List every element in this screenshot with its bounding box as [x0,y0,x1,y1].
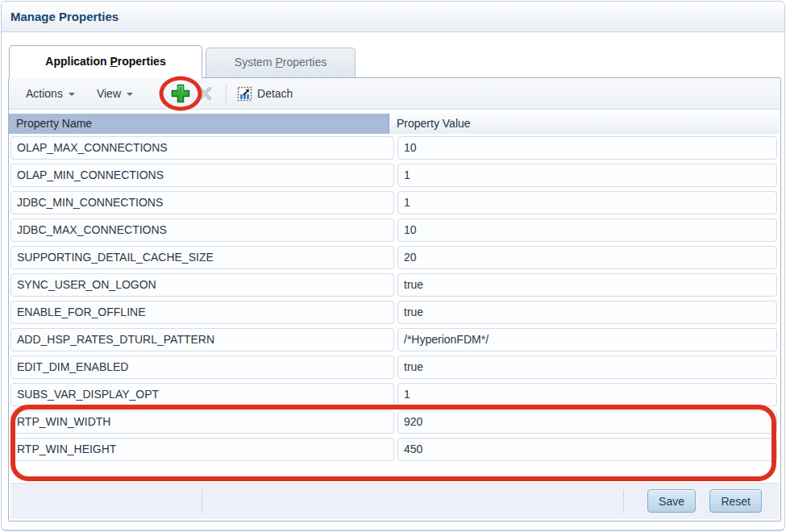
property-name-cell[interactable]: RTP_WIN_HEIGHT [10,438,394,461]
property-name-cell[interactable]: SUPPORTING_DETAIL_CACHE_SIZE [10,246,394,269]
property-value-cell[interactable]: 10 [397,218,777,242]
detach-icon [237,86,252,102]
property-value-cell[interactable]: 20 [397,246,777,269]
window-titlebar: Manage Properties [2,2,784,32]
view-menu-label: View [97,87,121,100]
property-value-cell[interactable]: true [397,301,777,324]
detach-button[interactable]: Detach [237,86,293,102]
property-name-cell[interactable]: RTP_WIN_WIDTH [10,410,394,434]
table-row: JDBC_MAX_CONNECTIONS 10 [9,218,779,245]
footer-statusbar: Save Reset [10,483,779,519]
save-button[interactable]: Save [647,489,696,513]
property-name-cell[interactable]: JDBC_MAX_CONNECTIONS [10,218,394,242]
screen: Manage Properties Application Properties… [0,0,786,532]
table-row: SUPPORTING_DETAIL_CACHE_SIZE 20 [9,245,779,272]
table-row: EDIT_DIM_ENABLED true [9,355,779,382]
tab-application-label-pre: Application [45,55,110,68]
reset-button[interactable]: Reset [709,489,762,513]
property-name-cell[interactable]: OLAP_MAX_CONNECTIONS [10,136,394,160]
property-value-cell[interactable]: /*HyperionFDM*/ [397,328,777,351]
property-value-cell[interactable]: true [397,355,777,379]
statusbar-divider [202,490,202,513]
actions-menu-label: Actions [26,87,63,100]
property-name-cell[interactable]: EDIT_DIM_ENABLED [10,355,394,379]
table-row: JDBC_MIN_CONNECTIONS 1 [9,190,779,218]
tab-system-properties[interactable]: System Properties [206,48,356,77]
table-row-rtp-win-width: RTP_WIN_WIDTH 920 [9,409,779,437]
table-row: OLAP_MIN_CONNECTIONS 1 [9,163,779,190]
page-title: Manage Properties [10,10,119,23]
property-value-cell[interactable]: true [397,273,777,297]
tab-application-mnemonic: P [110,55,117,68]
view-menu[interactable]: View [97,87,133,100]
property-name-cell[interactable]: JDBC_MIN_CONNECTIONS [10,191,394,214]
table-row: ENABLE_FOR_OFFLINE true [9,300,779,327]
property-name-cell[interactable]: OLAP_MIN_CONNECTIONS [10,164,394,187]
table-row: SYNC_USER_ON_LOGON true [9,272,779,300]
x-delete-icon [198,86,212,101]
detach-button-label: Detach [257,87,293,100]
column-header-property-name[interactable]: Property Name [9,114,389,134]
chevron-down-icon [69,93,75,96]
property-value-cell[interactable]: 450 [397,438,777,461]
plus-icon [170,83,191,104]
application-properties-panel: Actions View [8,77,781,522]
table-header-row: Property Name Property Value [9,114,779,134]
property-value-cell[interactable]: 1 [397,191,777,214]
tab-application-properties[interactable]: Application Properties [9,45,202,78]
table-row: ADD_HSP_RATES_DTURL_PATTERN /*HyperionFD… [9,327,779,355]
toolbar-separator [226,85,227,103]
table-row-rtp-win-height: RTP_WIN_HEIGHT 450 [9,437,779,464]
table-toolbar: Actions View [9,78,780,110]
tab-application-label-post: roperties [118,55,166,68]
property-value-cell[interactable]: 920 [397,410,777,434]
table-body: OLAP_MAX_CONNECTIONS 10 OLAP_MIN_CONNECT… [9,135,779,464]
actions-menu[interactable]: Actions [26,87,75,100]
property-name-cell[interactable]: SUBS_VAR_DISPLAY_OPT [10,383,394,406]
tab-system-mnemonic: P [275,56,282,69]
column-header-property-value[interactable]: Property Value [389,114,779,134]
property-name-cell[interactable]: ADD_HSP_RATES_DTURL_PATTERN [10,328,394,351]
tab-system-label-post: roperties [283,56,326,69]
add-property-button[interactable] [169,83,191,105]
property-value-cell[interactable]: 1 [397,383,777,406]
chevron-down-icon [127,93,133,96]
delete-property-button-disabled[interactable] [195,84,214,103]
statusbar-divider [623,490,624,513]
table-row: OLAP_MAX_CONNECTIONS 10 [9,135,779,163]
manage-properties-window: Manage Properties Application Properties… [1,1,785,531]
property-name-cell[interactable]: ENABLE_FOR_OFFLINE [10,301,394,324]
property-name-cell[interactable]: SYNC_USER_ON_LOGON [10,273,394,297]
property-value-cell[interactable]: 1 [397,164,777,187]
table-row: SUBS_VAR_DISPLAY_OPT 1 [9,382,779,409]
property-value-cell[interactable]: 10 [397,136,777,160]
tab-system-label-pre: System [235,56,276,69]
